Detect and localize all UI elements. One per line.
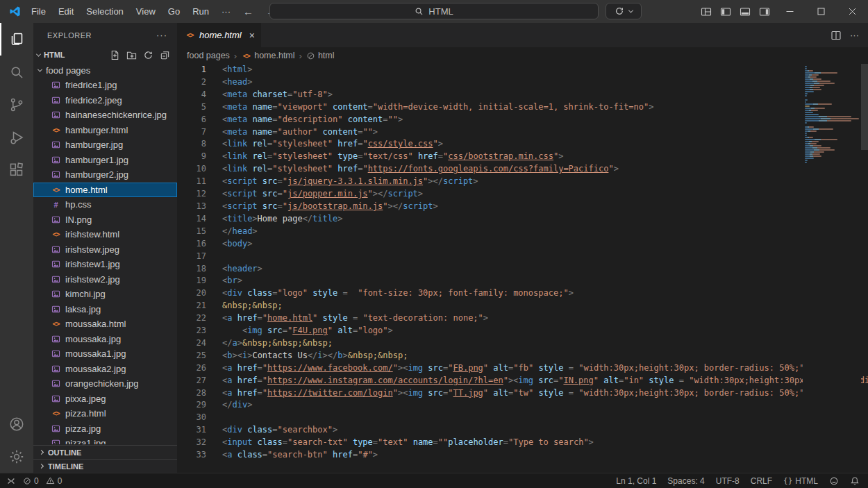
code-line-13[interactable]: 13<script src="js/bootstrap.min.js"></sc… <box>177 201 868 213</box>
encoding[interactable]: UTF-8 <box>716 476 740 486</box>
line-content[interactable]: <a href="home.html" style = "text-decora… <box>206 312 488 325</box>
editor-scrollbar[interactable] <box>861 64 868 473</box>
line-content[interactable]: <br> <box>206 275 242 287</box>
line-content[interactable]: <script src="js/bootstrap.min.js"></scri… <box>206 201 438 213</box>
code-line-5[interactable]: 5<meta name="viewport" content="width=de… <box>177 101 868 114</box>
file-pizza1.jpg[interactable]: pizza1.jpg <box>33 436 177 444</box>
line-content[interactable]: <title>Home page</title> <box>206 213 342 226</box>
code-line-21[interactable]: 21&nbsp;&nbsp; <box>177 300 868 312</box>
account-icon[interactable] <box>0 407 33 440</box>
command-center-search[interactable]: HTML <box>269 3 599 19</box>
code-line-17[interactable]: 17 <box>177 251 868 263</box>
workspace-section-header[interactable]: HTML <box>33 47 177 62</box>
line-number[interactable]: 30 <box>177 412 206 424</box>
line-number[interactable]: 17 <box>177 251 206 263</box>
code-line-33[interactable]: 33<a class="search-btn" href="#"> <box>177 449 868 462</box>
line-content[interactable]: <img src="F4U.png" alt="logo"> <box>206 325 393 337</box>
settings-gear-icon[interactable] <box>0 440 33 473</box>
line-content[interactable]: <a href="https://twitter.com/login"><img… <box>206 387 830 400</box>
line-number[interactable]: 15 <box>177 226 206 238</box>
file-hamburger.jpg[interactable]: hamburger.jpg <box>33 137 177 153</box>
line-number[interactable]: 20 <box>177 287 206 300</box>
code-line-8[interactable]: 8<link rel="stylesheet" href="css/style.… <box>177 138 868 151</box>
new-folder-icon[interactable] <box>126 50 137 60</box>
line-content[interactable]: <b><i>Contacts Us</i></b>&nbsp;&nbsp; <box>206 350 408 362</box>
code-line-30[interactable]: 30 <box>177 412 868 424</box>
line-number[interactable]: 26 <box>177 362 206 375</box>
file-pizza.jpg[interactable]: pizza.jpg <box>33 421 177 437</box>
line-number[interactable]: 24 <box>177 337 206 350</box>
line-number[interactable]: 29 <box>177 399 206 412</box>
toggle-panel-icon[interactable] <box>735 0 755 23</box>
line-content[interactable]: </head> <box>206 226 258 238</box>
language-mode[interactable]: {} HTML <box>783 476 818 486</box>
eol-sequence[interactable]: CRLF <box>751 476 772 486</box>
line-number[interactable]: 7 <box>177 126 206 139</box>
breadcrumb-file[interactable]: <> home.html <box>241 51 294 60</box>
code-line-24[interactable]: 24</a>&nbsp;&nbsp;&nbsp; <box>177 337 868 350</box>
code-line-11[interactable]: 11<script src="js/jquery-3.3.1.slim.min.… <box>177 176 868 188</box>
line-number[interactable]: 10 <box>177 163 206 176</box>
file-IN.png[interactable]: IN.png <box>33 212 177 228</box>
file-hainanesechickenrice.jpg[interactable]: hainanesechickenrice.jpg <box>33 108 177 123</box>
line-number[interactable]: 19 <box>177 275 206 287</box>
back-icon[interactable]: ← <box>237 6 260 17</box>
file-laksa.jpg[interactable]: laksa.jpg <box>33 302 177 317</box>
menu-file[interactable]: File <box>25 0 52 23</box>
run-debug-icon[interactable] <box>0 121 33 153</box>
line-content[interactable]: <a href="https://www.instagram.com/accou… <box>206 375 868 387</box>
cursor-position[interactable]: Ln 1, Col 1 <box>616 476 656 486</box>
code-line-18[interactable]: 18<header> <box>177 263 868 276</box>
split-editor-icon[interactable] <box>831 30 842 41</box>
code-line-10[interactable]: 10<link rel="stylesheet" href="https://f… <box>177 163 868 176</box>
code-line-14[interactable]: 14<title>Home page</title> <box>177 213 868 226</box>
line-content[interactable]: <script src="js/jquery-3.3.1.slim.min.js… <box>206 176 478 188</box>
code-line-1[interactable]: 1<html> <box>177 64 868 76</box>
line-content[interactable]: <meta name="author" content=""> <box>206 126 378 139</box>
line-content[interactable]: <script src="js/popper.min.js"></script> <box>206 188 423 201</box>
line-content[interactable]: </a>&nbsp;&nbsp;&nbsp; <box>206 337 333 350</box>
line-number[interactable]: 6 <box>177 114 206 126</box>
breadcrumb-symbol[interactable]: html <box>306 51 335 60</box>
line-content[interactable]: <meta charset="utf-8"> <box>206 89 333 101</box>
line-content[interactable]: <meta name="description" content=""> <box>206 114 403 126</box>
line-content[interactable]: <link rel="stylesheet" type="text/css" h… <box>206 151 563 163</box>
menu-edit[interactable]: Edit <box>52 0 80 23</box>
explorer-more-actions-icon[interactable]: ··· <box>156 30 167 40</box>
line-content[interactable]: <meta name="viewport" content="width=dev… <box>206 101 653 114</box>
file-friedrice2.jpeg[interactable]: friedrice2.jpeg <box>33 93 177 108</box>
tab-close-icon[interactable]: × <box>249 30 255 41</box>
line-number[interactable]: 33 <box>177 449 206 462</box>
code-line-23[interactable]: 23 <img src="F4U.png" alt="logo"> <box>177 325 868 337</box>
line-content[interactable]: <link rel="stylesheet" href="css/style.c… <box>206 138 443 151</box>
line-content[interactable]: <div class="searchbox"> <box>206 424 337 437</box>
line-number[interactable]: 23 <box>177 325 206 337</box>
problems-errors[interactable]: 0 <box>23 476 39 486</box>
code-line-27[interactable]: 27<a href="https://www.instagram.com/acc… <box>177 375 868 387</box>
menu-selection[interactable]: Selection <box>80 0 129 23</box>
menu-more[interactable]: ··· <box>215 0 237 23</box>
file-irishstew.jpeg[interactable]: irishstew.jpeg <box>33 242 177 258</box>
code-line-22[interactable]: 22<a href="home.html" style = "text-deco… <box>177 312 868 325</box>
file-home.html[interactable]: <>home.html <box>33 183 177 198</box>
line-content[interactable]: <header> <box>206 263 262 276</box>
file-orangechicken.jpg[interactable]: orangechicken.jpg <box>33 376 177 392</box>
search-sidebar-icon[interactable] <box>0 56 33 88</box>
explorer-icon[interactable] <box>0 23 33 56</box>
outline-section[interactable]: OUTLINE <box>33 445 177 459</box>
line-content[interactable]: </div> <box>206 399 252 412</box>
code-line-4[interactable]: 4<meta charset="utf-8"> <box>177 89 868 101</box>
file-hp.css[interactable]: #hp.css <box>33 197 177 212</box>
code-editor[interactable]: 1<html>2<head>4<meta charset="utf-8">5<m… <box>177 64 868 473</box>
folder-food-pages[interactable]: food pages <box>33 62 177 78</box>
line-number[interactable]: 2 <box>177 76 206 89</box>
source-control-icon[interactable] <box>0 88 33 121</box>
file-kimchi.jpg[interactable]: kimchi.jpg <box>33 287 177 302</box>
line-number[interactable]: 31 <box>177 424 206 437</box>
close-button[interactable] <box>837 0 868 23</box>
file-moussaka1.jpg[interactable]: moussaka1.jpg <box>33 346 177 362</box>
scrollbar-thumb[interactable] <box>861 64 868 150</box>
run-control[interactable] <box>606 3 642 19</box>
line-content[interactable]: <head> <box>206 76 252 89</box>
code-line-29[interactable]: 29</div> <box>177 399 868 412</box>
